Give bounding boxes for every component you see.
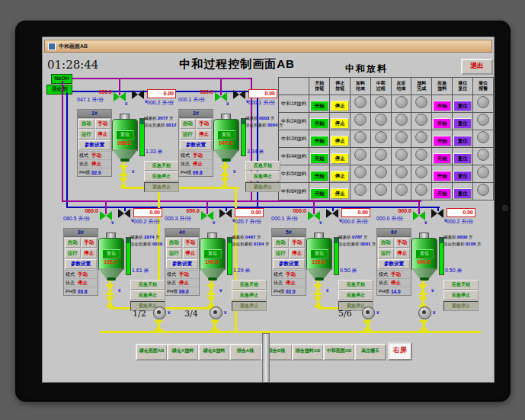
emergency-stop-button[interactable]: 应急停止 xyxy=(443,290,479,300)
emergency-stop-button[interactable]: 应急停止 xyxy=(144,172,179,181)
level-reset-button[interactable]: 复位 xyxy=(453,101,472,111)
tank-reset-button[interactable]: 复位 xyxy=(310,249,328,258)
manual-button[interactable]: 手动 xyxy=(95,119,111,129)
emergency-discharge-button[interactable]: 开始 xyxy=(433,101,451,111)
stop-button[interactable]: 停止 xyxy=(82,248,98,258)
estop-button[interactable]: 紧急停止 xyxy=(144,182,179,192)
stop-button[interactable]: 停止 xyxy=(331,101,349,111)
nav-button-3[interactable]: 综合A线 xyxy=(229,344,261,361)
run-button[interactable]: 运行 xyxy=(65,248,81,258)
level-reset-button[interactable]: 复位 xyxy=(453,153,472,164)
stop-button[interactable]: 停止 xyxy=(290,248,306,258)
activator-valve-icon xyxy=(431,209,443,218)
emergency-discharge-button[interactable]: 开始 xyxy=(433,118,451,129)
manual-button[interactable]: 手动 xyxy=(395,238,411,248)
emergency-stop-button[interactable]: 应急停止 xyxy=(232,290,267,300)
level-reset-button[interactable]: 复位 xyxy=(453,118,472,129)
estop-button[interactable]: 紧急停止 xyxy=(245,182,280,192)
table-cell xyxy=(473,165,494,183)
stop-button[interactable]: 停止 xyxy=(197,130,213,139)
manual-button[interactable]: 手动 xyxy=(183,238,199,248)
auto-button[interactable]: 自动 xyxy=(378,238,394,248)
auto-button[interactable]: 自动 xyxy=(180,119,196,129)
emergency-start-button[interactable]: 应急开始 xyxy=(232,280,267,290)
nav-button-5[interactable]: 综合放料AB xyxy=(292,344,324,361)
params-button[interactable]: 参数设置 xyxy=(273,259,305,269)
stop-button[interactable]: 停止 xyxy=(95,130,111,139)
stop-button[interactable]: 停止 xyxy=(331,136,349,146)
estop-button[interactable]: 紧急停止 xyxy=(232,301,267,311)
ph-row: PH值02.0 xyxy=(78,168,111,176)
estop-button[interactable]: 紧急停止 xyxy=(443,301,479,311)
start-button[interactable]: 开始 xyxy=(310,118,328,129)
nav-button-0[interactable]: 磺化画面AB xyxy=(136,344,168,361)
table-cell: 复位 xyxy=(453,148,473,165)
emergency-discharge-button[interactable]: 开始 xyxy=(433,136,451,146)
auto-button[interactable]: 自动 xyxy=(166,238,182,248)
run-button[interactable]: 运行 xyxy=(180,130,196,139)
exit-button[interactable]: 退出 xyxy=(461,59,493,75)
start-button[interactable]: 开始 xyxy=(310,153,328,164)
stop-button[interactable]: 停止 xyxy=(331,171,349,181)
auto-button[interactable]: 自动 xyxy=(273,238,289,248)
emergency-start-button[interactable]: 应急开始 xyxy=(338,280,373,290)
right-screen-button[interactable]: 右屏 xyxy=(388,342,412,361)
outlet-valve-icon xyxy=(418,284,428,295)
stop-button[interactable]: 停止 xyxy=(331,188,349,199)
run-button[interactable]: 运行 xyxy=(166,248,182,258)
start-button[interactable]: 开始 xyxy=(310,188,328,199)
manual-button[interactable]: 手动 xyxy=(290,238,306,248)
start-button[interactable]: 开始 xyxy=(310,101,328,111)
stop-button[interactable]: 停止 xyxy=(183,248,199,258)
panel-buttons: 自动手动运行停止 xyxy=(377,237,411,259)
tank-reset-button[interactable]: 复位 xyxy=(415,249,434,258)
reaction-done-indicator xyxy=(395,184,408,196)
params-button[interactable]: 参数设置 xyxy=(65,259,97,269)
params-button[interactable]: 参数设置 xyxy=(378,259,410,269)
emergency-start-button[interactable]: 应急开始 xyxy=(245,161,280,171)
tank-reset-button[interactable]: 复位 xyxy=(203,249,222,258)
nav-button-7[interactable]: 高位槽车 xyxy=(354,344,386,361)
tank-id: 5# xyxy=(272,229,306,237)
emergency-discharge-button[interactable]: 开始 xyxy=(433,153,451,164)
emergency-stop-button[interactable]: 应急停止 xyxy=(245,172,280,181)
run-button[interactable]: 运行 xyxy=(78,130,94,139)
params-button[interactable]: 参数设置 xyxy=(180,140,212,150)
start-button[interactable]: 开始 xyxy=(310,136,328,146)
emergency-stop-button[interactable]: 应急停止 xyxy=(130,290,165,300)
nav-button-1[interactable]: 磺化A放料 xyxy=(167,344,199,361)
level-reset-button[interactable]: 复位 xyxy=(453,188,472,199)
nav-button-6[interactable]: 中和画面AB xyxy=(323,344,355,361)
stop-button[interactable]: 停止 xyxy=(395,248,411,258)
emergency-discharge-button[interactable]: 开始 xyxy=(433,188,451,199)
tank-reset-button[interactable]: 复位 xyxy=(116,130,134,139)
tank-reset-button[interactable]: 复位 xyxy=(217,130,235,139)
table-cell: 开始 xyxy=(309,113,330,130)
manual-button[interactable]: 手动 xyxy=(197,119,213,129)
emergency-start-button[interactable]: 应急开始 xyxy=(144,161,179,171)
emergency-start-button[interactable]: 应急开始 xyxy=(130,280,165,290)
state-row: 状态停止 xyxy=(165,278,199,287)
tank-vessel: 复位102.7 xyxy=(98,232,124,281)
table-cell xyxy=(473,183,494,200)
emergency-discharge-button[interactable]: 开始 xyxy=(433,171,451,181)
start-button[interactable]: 开始 xyxy=(310,171,328,181)
auto-button[interactable]: 自动 xyxy=(65,238,81,248)
emergency-start-button[interactable]: 应急开始 xyxy=(443,280,479,290)
level-reset-button[interactable]: 复位 xyxy=(453,136,472,146)
stop-button[interactable]: 停止 xyxy=(331,153,349,164)
stop-button[interactable]: 停止 xyxy=(331,118,349,129)
valve-tag: ¥ xyxy=(132,169,134,174)
run-button[interactable]: 运行 xyxy=(378,248,394,258)
table-cell: 开始 xyxy=(309,130,330,148)
manual-button[interactable]: 手动 xyxy=(82,238,98,248)
tank-reset-button[interactable]: 复位 xyxy=(102,249,120,258)
transfer-pump-icon xyxy=(418,306,431,319)
run-button[interactable]: 运行 xyxy=(273,248,289,258)
nav-button-2[interactable]: 磺化B放料 xyxy=(198,344,230,361)
level-reset-button[interactable]: 复位 xyxy=(453,171,472,181)
params-button[interactable]: 参数设置 xyxy=(166,259,198,269)
emergency-stop-button[interactable]: 应急停止 xyxy=(338,290,373,300)
params-button[interactable]: 参数设置 xyxy=(78,140,110,150)
auto-button[interactable]: 自动 xyxy=(78,119,94,129)
